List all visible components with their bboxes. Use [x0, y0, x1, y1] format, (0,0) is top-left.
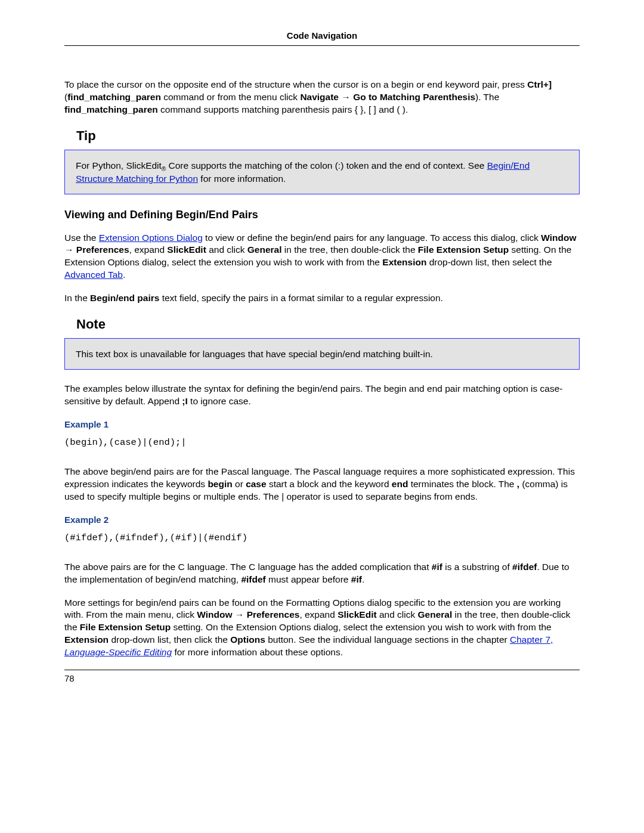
button-name: Options [230, 634, 265, 645]
keyword: #if [351, 574, 362, 584]
note-title: Note [76, 315, 580, 333]
use-paragraph: Use the Extension Options Dialog to view… [64, 232, 580, 282]
note-callout: Note This text box is unavailable for la… [76, 315, 580, 370]
menu-item: Go to Matching Parenthesis [353, 92, 475, 102]
text: to ignore case. [188, 396, 251, 406]
section-heading: Viewing and Defining Begin/End Pairs [64, 208, 580, 222]
text: start a block and the keyword [267, 479, 392, 489]
text: must appear before [266, 574, 351, 584]
arrow-icon: → [233, 609, 247, 620]
example-2-code: (#ifdef),(#ifndef),(#if)|(#endif) [64, 532, 580, 544]
text: text field, specify the pairs in a forma… [159, 293, 443, 303]
setting-name: File Extension Setup [80, 622, 171, 632]
example-2-label: Example 2 [64, 514, 580, 526]
text: and click [377, 609, 418, 620]
keyword: case [246, 479, 266, 489]
keystroke: Ctrl+] [527, 79, 552, 89]
field-name: Begin/end pairs [90, 293, 159, 303]
note-box: This text box is unavailable for languag… [64, 338, 580, 370]
advanced-tab-link[interactable]: Advanced Tab [64, 270, 123, 280]
dropdown-name: Extension [382, 257, 426, 267]
arrow-icon: → [64, 244, 76, 255]
dropdown-name: Extension [64, 634, 109, 645]
text: for more information about these options… [172, 647, 343, 657]
text: . [362, 574, 364, 584]
tree-node: General [418, 609, 453, 620]
menu-item: Preferences [76, 244, 129, 255]
note-body: This text box is unavailable for languag… [76, 349, 433, 359]
text: drop-down list, then click the [109, 634, 230, 645]
text: For Python, SlickEdit [76, 160, 162, 171]
text: terminates the block. The [408, 479, 516, 489]
text: Use the [64, 233, 99, 243]
more-settings-paragraph: More settings for begin/end pairs can be… [64, 597, 580, 659]
text: to view or define the begin/end pairs fo… [203, 233, 541, 243]
tree-node: SlickEdit [167, 244, 206, 255]
menu-item: Navigate [300, 92, 339, 102]
keyword: #ifdef [512, 562, 537, 572]
keyword: end [392, 479, 408, 489]
tip-title: Tip [76, 127, 580, 145]
link-chapter: Chapter 7, [510, 634, 553, 645]
arrow-icon: → [339, 92, 353, 102]
example-1-explain: The above begin/end pairs are for the Pa… [64, 466, 580, 503]
page-header-title: Code Navigation [64, 30, 580, 45]
text: button. See the individual language sect… [265, 634, 510, 645]
text: , expand [129, 244, 168, 255]
text: and click [206, 244, 247, 255]
example-2-explain: The above pairs are for the C language. … [64, 561, 580, 586]
text: in the tree, then double-click the [281, 244, 417, 255]
text: command supports matching parenthesis pa… [158, 104, 408, 114]
text: for more information. [198, 174, 286, 184]
page-number: 78 [64, 673, 580, 685]
begin-end-field-paragraph: In the Begin/end pairs text field, speci… [64, 292, 580, 305]
examples-intro: The examples below illustrate the syntax… [64, 383, 580, 408]
intro-paragraph: To place the cursor on the opposite end … [64, 79, 580, 116]
tip-callout: Tip For Python, SlickEdit® Core supports… [76, 127, 580, 194]
text: . [123, 270, 125, 280]
tree-node: SlickEdit [338, 609, 376, 620]
tree-node: General [247, 244, 282, 255]
menu-item: Preferences [247, 609, 300, 620]
footer-rule [64, 670, 580, 670]
page: Code Navigation To place the cursor on t… [0, 0, 644, 708]
link-italic: Language-Specific Editing [64, 647, 172, 657]
text: setting. On the Extension Options dialog… [171, 622, 551, 632]
keyword: #ifdef [241, 574, 265, 584]
menu-item: Window [541, 233, 576, 243]
text: is a substring of [442, 562, 512, 572]
header-rule [64, 45, 580, 46]
tip-box: For Python, SlickEdit® Core supports the… [64, 150, 580, 195]
text: The above pairs are for the C language. … [64, 562, 432, 572]
text: or [233, 479, 246, 489]
menu-item: Window [197, 609, 232, 620]
example-1-code: (begin),(case)|(end);| [64, 436, 580, 449]
text: drop-down list, then select the [426, 257, 552, 267]
text: In the [64, 293, 90, 303]
text: , expand [299, 609, 338, 620]
keyword: #if [432, 562, 442, 572]
text: The examples below illustrate the syntax… [64, 383, 563, 406]
keyword: begin [208, 479, 232, 489]
text: command or from the menu click [161, 92, 300, 102]
text: Core supports the matching of the colon … [166, 160, 487, 171]
setting-name: File Extension Setup [418, 244, 509, 255]
extension-options-link[interactable]: Extension Options Dialog [99, 233, 203, 243]
example-1-label: Example 1 [64, 419, 580, 431]
command-name: find_matching_paren [67, 92, 161, 102]
command-name: find_matching_paren [64, 104, 158, 114]
text: To place the cursor on the opposite end … [64, 79, 527, 89]
text: ). The [475, 92, 499, 102]
option-flag: ;I [182, 396, 187, 406]
